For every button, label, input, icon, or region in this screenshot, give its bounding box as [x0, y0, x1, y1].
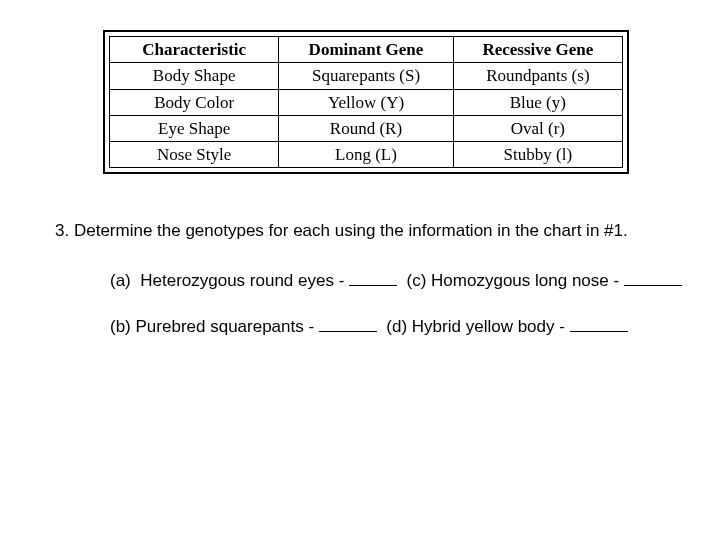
table-header-row: Characteristic Dominant Gene Recessive G… — [110, 37, 623, 63]
answer-blank-d[interactable] — [570, 315, 628, 332]
cell-dominant: Squarepants (S) — [279, 63, 453, 89]
table-row: Nose Style Long (L) Stubby (l) — [110, 142, 623, 168]
table-row: Eye Shape Round (R) Oval (r) — [110, 115, 623, 141]
cell-dominant: Yellow (Y) — [279, 89, 453, 115]
item-d-text: Hybrid yellow body - — [412, 317, 565, 336]
cell-characteristic: Eye Shape — [110, 115, 279, 141]
question-prompt: Determine the genotypes for each using t… — [74, 221, 628, 240]
question-3: 3. Determine the genotypes for each usin… — [55, 220, 675, 361]
cell-characteristic: Nose Style — [110, 142, 279, 168]
item-b-label: (b) — [110, 317, 131, 336]
cell-recessive: Oval (r) — [453, 115, 622, 141]
item-d-label: (d) — [386, 317, 407, 336]
cell-characteristic: Body Shape — [110, 63, 279, 89]
answer-blank-c[interactable] — [624, 269, 682, 286]
genetics-table: Characteristic Dominant Gene Recessive G… — [109, 36, 623, 168]
page: Characteristic Dominant Gene Recessive G… — [0, 0, 720, 540]
table-row: Body Color Yellow (Y) Blue (y) — [110, 89, 623, 115]
sub-item-row-bd: (b) Purebred squarepants - (d) Hybrid ye… — [110, 315, 675, 339]
item-c-text: Homozygous long nose - — [431, 271, 619, 290]
genetics-table-frame: Characteristic Dominant Gene Recessive G… — [103, 30, 629, 174]
question-number: 3. — [55, 221, 69, 240]
header-characteristic: Characteristic — [110, 37, 279, 63]
cell-recessive: Stubby (l) — [453, 142, 622, 168]
cell-dominant: Round (R) — [279, 115, 453, 141]
header-dominant-gene: Dominant Gene — [279, 37, 453, 63]
question-sub-items: (a) Heterozygous round eyes - (c) Homozy… — [110, 269, 675, 339]
sub-item-row-ac: (a) Heterozygous round eyes - (c) Homozy… — [110, 269, 675, 293]
header-recessive-gene: Recessive Gene — [453, 37, 622, 63]
cell-characteristic: Body Color — [110, 89, 279, 115]
cell-recessive: Blue (y) — [453, 89, 622, 115]
table-row: Body Shape Squarepants (S) Roundpants (s… — [110, 63, 623, 89]
item-b-text: Purebred squarepants - — [136, 317, 315, 336]
item-a-text: Heterozygous round eyes - — [140, 271, 344, 290]
answer-blank-b[interactable] — [319, 315, 377, 332]
cell-recessive: Roundpants (s) — [453, 63, 622, 89]
item-a-label: (a) — [110, 271, 131, 290]
item-c-label: (c) — [407, 271, 427, 290]
answer-blank-a[interactable] — [349, 269, 397, 286]
cell-dominant: Long (L) — [279, 142, 453, 168]
